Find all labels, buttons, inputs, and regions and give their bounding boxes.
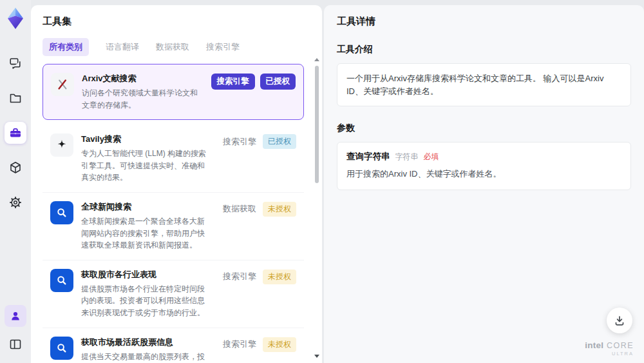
detail-title: 工具详情 xyxy=(337,15,631,28)
sidebar-item-models[interactable] xyxy=(5,157,26,179)
tool-meta: 搜索引擎 未授权 xyxy=(223,270,296,284)
briefcase-icon xyxy=(8,126,23,140)
scroll-up-arrow-icon[interactable] xyxy=(314,58,319,61)
tool-description: 提供当天交易量最高的股票列表，投资者可以利用这些信息来识别流动性强的股票和潜在的… xyxy=(81,351,211,363)
rail-nav xyxy=(5,52,26,213)
tool-list-item[interactable]: Tavily搜索 专为人工智能代理 (LLM) 构建的搜索引擎工具。可快速提供实… xyxy=(43,125,304,193)
tool-meta: 搜索引擎 已授权 xyxy=(223,134,296,149)
sidebar-item-chat[interactable] xyxy=(5,52,26,74)
core-logo-text: CORE xyxy=(607,341,634,350)
folder-icon xyxy=(8,91,23,105)
sparkle-icon xyxy=(50,133,73,157)
tool-detail-panel: 工具详情 工具介绍 一个用于从Arxiv存储库搜索科学论文和文章的工具。 输入可… xyxy=(324,5,644,363)
toolset-title: 工具集 xyxy=(43,15,310,28)
tool-list-item[interactable]: 获取股市各行业表现 提供股票市场各个行业在特定时间段内的表现。投资者可以利用这些… xyxy=(43,260,304,328)
intro-text-box: 一个用于从Arxiv存储库搜索科学论文和文章的工具。 输入可以是Arxiv ID… xyxy=(337,63,631,106)
tool-status-badge: 已授权 xyxy=(263,134,296,149)
left-rail xyxy=(0,0,31,363)
tool-status-badge: 未授权 xyxy=(263,202,296,217)
download-icon xyxy=(614,315,625,326)
stock-app-icon xyxy=(50,269,73,292)
chat-icon xyxy=(8,56,23,70)
tool-text: Arxiv文献搜索 访问各个研究领域大量科学论文和文章的存储库。 xyxy=(82,73,200,111)
app-logo xyxy=(3,6,28,32)
tool-description: 全球新闻搜索是一个聚合全球各大新闻网站内容的搜索引擎，帮助用户快速获取全球最新资… xyxy=(81,215,211,251)
tool-list-item[interactable]: 全球新闻搜索 全球新闻搜索是一个聚合全球各大新闻网站内容的搜索引擎，帮助用户快速… xyxy=(43,193,304,260)
arxiv-icon xyxy=(51,73,74,96)
tab-category-3[interactable]: 搜索引擎 xyxy=(206,38,240,56)
diamond-logo-icon xyxy=(5,6,26,31)
main-area: 工具集 所有类别语言翻译数据获取搜索引擎 Arxiv文献搜索 访问各个研究领域大… xyxy=(31,5,644,363)
gear-icon xyxy=(8,195,23,210)
param-type: 字符串 xyxy=(395,152,419,162)
sidebar-item-toolbox[interactable] xyxy=(5,122,26,144)
tool-text: 获取市场最活跃股票信息 提供当天交易量最高的股票列表，投资者可以利用这些信息来识… xyxy=(81,337,211,363)
tool-title: 全球新闻搜索 xyxy=(81,201,211,213)
tool-text: Tavily搜索 专为人工智能代理 (LLM) 构建的搜索引擎工具。可快速提供实… xyxy=(81,133,211,184)
tool-text: 获取股市各行业表现 提供股票市场各个行业在特定时间段内的表现。投资者可以利用这些… xyxy=(81,269,211,319)
tab-category-1[interactable]: 语言翻译 xyxy=(106,38,139,56)
param-description: 用于搜索的Arxiv ID、关键字或作者姓名。 xyxy=(346,168,621,180)
tool-title: 获取市场最活跃股票信息 xyxy=(81,337,211,348)
scroll-down-arrow-icon[interactable] xyxy=(314,355,319,358)
tool-title: 获取股市各行业表现 xyxy=(81,269,211,280)
tool-description: 访问各个研究领域大量科学论文和文章的存储库。 xyxy=(82,87,200,111)
tool-status-badge: 已授权 xyxy=(260,74,296,90)
intel-logo-text: intel xyxy=(585,340,603,350)
tab-category-0[interactable]: 所有类别 xyxy=(43,38,89,56)
tool-title: Tavily搜索 xyxy=(81,133,211,145)
param-required-badge: 必填 xyxy=(424,152,439,162)
intro-heading: 工具介绍 xyxy=(337,44,631,55)
param-box: 查询字符串 字符串 必填 用于搜索的Arxiv ID、关键字或作者姓名。 xyxy=(337,142,631,190)
params-heading: 参数 xyxy=(337,123,631,134)
tool-meta: 搜索引擎 未授权 xyxy=(223,337,296,352)
tool-status-badge: 未授权 xyxy=(263,337,296,352)
tool-status-badge: 未授权 xyxy=(263,270,296,284)
sidebar-item-settings[interactable] xyxy=(5,191,26,213)
intel-core-watermark: intel CORE ULTRA xyxy=(585,339,634,357)
tool-category-label: 搜索引擎 xyxy=(223,136,256,148)
tool-description: 提供股票市场各个行业在特定时间段内的表现。投资者可以利用这些信息来识别表现优于或… xyxy=(81,283,211,319)
param-head: 查询字符串 字符串 必填 xyxy=(346,151,621,162)
collapse-sidebar-button[interactable] xyxy=(5,333,26,355)
scrollbar-thumb[interactable] xyxy=(315,66,319,183)
person-icon xyxy=(8,309,23,323)
sidebar-item-files[interactable] xyxy=(5,87,26,109)
rail-bottom xyxy=(5,305,26,355)
tool-list: Arxiv文献搜索 访问各个研究领域大量科学论文和文章的存储库。 搜索引擎 已授… xyxy=(43,64,310,363)
tool-category-label: 搜索引擎 xyxy=(223,271,256,282)
tab-category-2[interactable]: 数据获取 xyxy=(156,38,189,56)
param-name: 查询字符串 xyxy=(346,151,390,162)
panel-columns-icon xyxy=(8,337,23,351)
tool-title: Arxiv文献搜索 xyxy=(82,73,200,84)
list-scrollbar[interactable] xyxy=(314,57,320,359)
tool-category-label: 搜索引擎 xyxy=(211,74,255,90)
tool-text: 全球新闻搜索 全球新闻搜索是一个聚合全球各大新闻网站内容的搜索引擎，帮助用户快速… xyxy=(81,201,211,251)
tool-list-item[interactable]: 获取市场最活跃股票信息 提供当天交易量最高的股票列表，投资者可以利用这些信息来识… xyxy=(43,328,304,363)
download-button[interactable] xyxy=(607,308,632,333)
tool-category-label: 搜索引擎 xyxy=(223,338,256,350)
tool-meta: 搜索引擎 已授权 xyxy=(211,74,296,90)
tool-category-label: 数据获取 xyxy=(223,203,256,215)
tool-description: 专为人工智能代理 (LLM) 构建的搜索引擎工具。可快速提供实时、准确和真实的结… xyxy=(81,148,211,184)
news-app-icon xyxy=(50,201,73,224)
toolset-panel: 工具集 所有类别语言翻译数据获取搜索引擎 Arxiv文献搜索 访问各个研究领域大… xyxy=(31,5,322,363)
stock-app-icon xyxy=(50,337,73,360)
category-tabs: 所有类别语言翻译数据获取搜索引擎 xyxy=(43,38,310,56)
ultra-logo-text: ULTRA xyxy=(585,351,634,357)
cube-icon xyxy=(8,161,23,175)
tool-list-item[interactable]: Arxiv文献搜索 访问各个研究领域大量科学论文和文章的存储库。 搜索引擎 已授… xyxy=(43,64,304,120)
tool-meta: 数据获取 未授权 xyxy=(223,202,296,217)
user-avatar[interactable] xyxy=(5,305,26,327)
